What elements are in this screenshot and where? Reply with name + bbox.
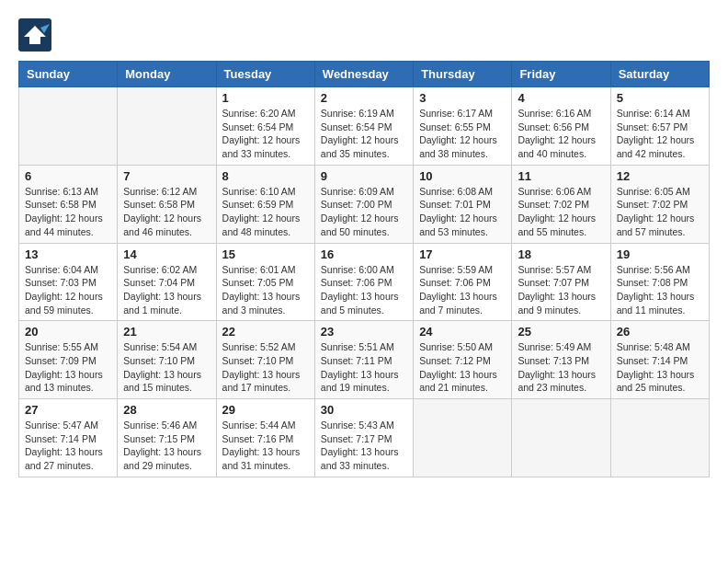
weekday-header-saturday: Saturday xyxy=(610,62,709,87)
day-number: 16 xyxy=(321,247,407,261)
calendar-table: SundayMondayTuesdayWednesdayThursdayFrid… xyxy=(18,61,710,477)
calendar-week-row: 20Sunrise: 5:55 AM Sunset: 7:09 PM Dayli… xyxy=(19,321,710,399)
day-number: 8 xyxy=(222,169,309,183)
calendar-cell: 12Sunrise: 6:05 AM Sunset: 7:02 PM Dayli… xyxy=(610,165,709,243)
day-info: Sunrise: 5:46 AM Sunset: 7:15 PM Dayligh… xyxy=(123,419,210,473)
day-number: 26 xyxy=(617,325,703,339)
day-number: 19 xyxy=(617,247,703,261)
day-info: Sunrise: 6:06 AM Sunset: 7:02 PM Dayligh… xyxy=(518,185,604,239)
calendar-week-row: 6Sunrise: 6:13 AM Sunset: 6:58 PM Daylig… xyxy=(19,165,710,243)
day-number: 4 xyxy=(518,91,604,105)
day-info: Sunrise: 6:12 AM Sunset: 6:58 PM Dayligh… xyxy=(123,185,210,239)
calendar-cell xyxy=(414,399,512,477)
day-info: Sunrise: 5:47 AM Sunset: 7:14 PM Dayligh… xyxy=(25,419,111,473)
day-info: Sunrise: 6:17 AM Sunset: 6:55 PM Dayligh… xyxy=(419,107,506,161)
calendar-cell: 18Sunrise: 5:57 AM Sunset: 7:07 PM Dayli… xyxy=(512,243,610,321)
calendar-week-row: 27Sunrise: 5:47 AM Sunset: 7:14 PM Dayli… xyxy=(19,399,710,477)
calendar-cell: 3Sunrise: 6:17 AM Sunset: 6:55 PM Daylig… xyxy=(414,87,512,166)
weekday-header-sunday: Sunday xyxy=(19,62,118,87)
calendar-cell: 27Sunrise: 5:47 AM Sunset: 7:14 PM Dayli… xyxy=(19,399,118,477)
day-info: Sunrise: 6:14 AM Sunset: 6:57 PM Dayligh… xyxy=(617,107,703,161)
day-number: 14 xyxy=(123,247,210,261)
day-number: 29 xyxy=(222,403,309,417)
day-number: 30 xyxy=(321,403,407,417)
day-info: Sunrise: 6:02 AM Sunset: 7:04 PM Dayligh… xyxy=(123,263,210,317)
logo xyxy=(18,18,53,52)
calendar-cell: 16Sunrise: 6:00 AM Sunset: 7:06 PM Dayli… xyxy=(314,243,413,321)
day-info: Sunrise: 6:16 AM Sunset: 6:56 PM Dayligh… xyxy=(518,107,604,161)
calendar-cell xyxy=(19,87,118,166)
day-number: 13 xyxy=(25,247,111,261)
calendar-cell: 25Sunrise: 5:49 AM Sunset: 7:13 PM Dayli… xyxy=(512,321,610,399)
day-info: Sunrise: 6:10 AM Sunset: 6:59 PM Dayligh… xyxy=(222,185,309,239)
day-number: 11 xyxy=(518,169,604,183)
calendar-cell: 8Sunrise: 6:10 AM Sunset: 6:59 PM Daylig… xyxy=(216,165,314,243)
weekday-header-wednesday: Wednesday xyxy=(314,62,413,87)
day-info: Sunrise: 5:55 AM Sunset: 7:09 PM Dayligh… xyxy=(25,340,111,395)
calendar-cell: 26Sunrise: 5:48 AM Sunset: 7:14 PM Dayli… xyxy=(610,321,709,399)
day-info: Sunrise: 6:04 AM Sunset: 7:03 PM Dayligh… xyxy=(25,263,111,317)
day-info: Sunrise: 6:13 AM Sunset: 6:58 PM Dayligh… xyxy=(25,185,111,239)
day-info: Sunrise: 6:20 AM Sunset: 6:54 PM Dayligh… xyxy=(222,107,309,161)
page-header xyxy=(18,18,710,52)
calendar-cell: 15Sunrise: 6:01 AM Sunset: 7:05 PM Dayli… xyxy=(216,243,314,321)
calendar-cell: 13Sunrise: 6:04 AM Sunset: 7:03 PM Dayli… xyxy=(19,243,118,321)
calendar-cell xyxy=(118,87,216,166)
day-number: 15 xyxy=(222,247,309,261)
calendar-cell: 21Sunrise: 5:54 AM Sunset: 7:10 PM Dayli… xyxy=(118,321,216,399)
calendar-cell xyxy=(512,399,610,477)
calendar-week-row: 13Sunrise: 6:04 AM Sunset: 7:03 PM Dayli… xyxy=(19,243,710,321)
day-info: Sunrise: 5:51 AM Sunset: 7:11 PM Dayligh… xyxy=(321,340,407,395)
day-number: 22 xyxy=(222,325,309,339)
weekday-header-friday: Friday xyxy=(512,62,610,87)
day-info: Sunrise: 5:49 AM Sunset: 7:13 PM Dayligh… xyxy=(518,340,604,395)
calendar-cell: 4Sunrise: 6:16 AM Sunset: 6:56 PM Daylig… xyxy=(512,87,610,166)
day-info: Sunrise: 5:43 AM Sunset: 7:17 PM Dayligh… xyxy=(321,419,407,473)
calendar-cell: 28Sunrise: 5:46 AM Sunset: 7:15 PM Dayli… xyxy=(118,399,216,477)
weekday-header-thursday: Thursday xyxy=(414,62,512,87)
day-info: Sunrise: 5:52 AM Sunset: 7:10 PM Dayligh… xyxy=(222,340,309,395)
calendar-cell: 20Sunrise: 5:55 AM Sunset: 7:09 PM Dayli… xyxy=(19,321,118,399)
day-number: 3 xyxy=(419,91,506,105)
day-number: 28 xyxy=(123,403,210,417)
day-info: Sunrise: 5:54 AM Sunset: 7:10 PM Dayligh… xyxy=(123,340,210,395)
day-number: 5 xyxy=(617,91,703,105)
day-number: 6 xyxy=(25,169,111,183)
day-info: Sunrise: 5:56 AM Sunset: 7:08 PM Dayligh… xyxy=(617,263,703,317)
day-number: 7 xyxy=(123,169,210,183)
day-info: Sunrise: 6:01 AM Sunset: 7:05 PM Dayligh… xyxy=(222,263,309,317)
calendar-cell: 1Sunrise: 6:20 AM Sunset: 6:54 PM Daylig… xyxy=(216,87,314,166)
calendar-cell xyxy=(610,399,709,477)
calendar-cell: 24Sunrise: 5:50 AM Sunset: 7:12 PM Dayli… xyxy=(414,321,512,399)
calendar-cell: 11Sunrise: 6:06 AM Sunset: 7:02 PM Dayli… xyxy=(512,165,610,243)
logo-icon xyxy=(18,18,51,52)
day-info: Sunrise: 5:48 AM Sunset: 7:14 PM Dayligh… xyxy=(617,340,703,395)
calendar-cell: 30Sunrise: 5:43 AM Sunset: 7:17 PM Dayli… xyxy=(314,399,413,477)
day-info: Sunrise: 5:59 AM Sunset: 7:06 PM Dayligh… xyxy=(419,263,506,317)
day-info: Sunrise: 5:44 AM Sunset: 7:16 PM Dayligh… xyxy=(222,419,309,473)
day-info: Sunrise: 6:05 AM Sunset: 7:02 PM Dayligh… xyxy=(617,185,703,239)
calendar-cell: 22Sunrise: 5:52 AM Sunset: 7:10 PM Dayli… xyxy=(216,321,314,399)
day-number: 24 xyxy=(419,325,506,339)
day-number: 10 xyxy=(419,169,506,183)
day-number: 18 xyxy=(518,247,604,261)
day-number: 21 xyxy=(123,325,210,339)
day-info: Sunrise: 6:19 AM Sunset: 6:54 PM Dayligh… xyxy=(321,107,407,161)
day-number: 2 xyxy=(321,91,407,105)
day-info: Sunrise: 5:57 AM Sunset: 7:07 PM Dayligh… xyxy=(518,263,604,317)
day-number: 27 xyxy=(25,403,111,417)
day-info: Sunrise: 5:50 AM Sunset: 7:12 PM Dayligh… xyxy=(419,340,506,395)
day-number: 12 xyxy=(617,169,703,183)
day-number: 17 xyxy=(419,247,506,261)
calendar-week-row: 1Sunrise: 6:20 AM Sunset: 6:54 PM Daylig… xyxy=(19,87,710,166)
day-info: Sunrise: 6:00 AM Sunset: 7:06 PM Dayligh… xyxy=(321,263,407,317)
calendar-header-row: SundayMondayTuesdayWednesdayThursdayFrid… xyxy=(19,62,710,87)
calendar-cell: 6Sunrise: 6:13 AM Sunset: 6:58 PM Daylig… xyxy=(19,165,118,243)
calendar-cell: 5Sunrise: 6:14 AM Sunset: 6:57 PM Daylig… xyxy=(610,87,709,166)
calendar-cell: 23Sunrise: 5:51 AM Sunset: 7:11 PM Dayli… xyxy=(314,321,413,399)
day-number: 1 xyxy=(222,91,309,105)
calendar-cell: 17Sunrise: 5:59 AM Sunset: 7:06 PM Dayli… xyxy=(414,243,512,321)
calendar-cell: 19Sunrise: 5:56 AM Sunset: 7:08 PM Dayli… xyxy=(610,243,709,321)
weekday-header-tuesday: Tuesday xyxy=(216,62,314,87)
calendar-cell: 10Sunrise: 6:08 AM Sunset: 7:01 PM Dayli… xyxy=(414,165,512,243)
